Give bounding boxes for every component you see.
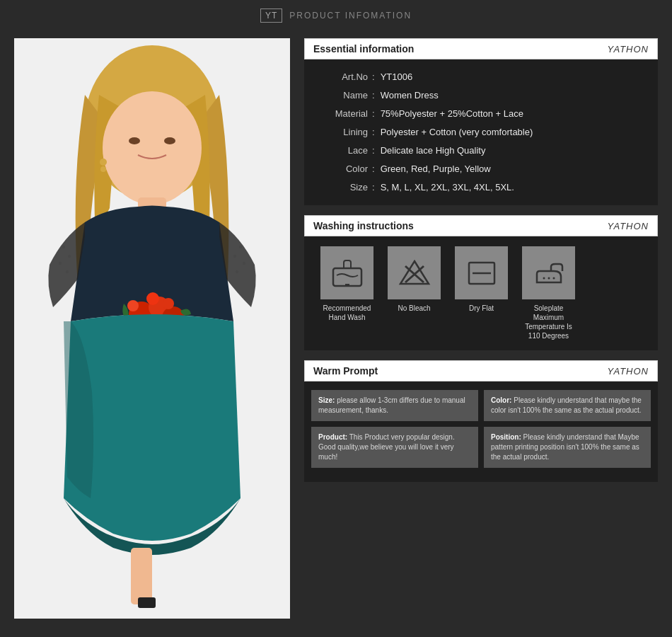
position-prompt-label: Position: — [491, 433, 521, 441]
size-value: S, M, L, XL, 2XL, 3XL, 4XL, 5XL. — [381, 178, 514, 197]
brand-logo: YT — [260, 8, 282, 23]
artno-label: Art.No — [315, 68, 372, 86]
no-bleach-label: No Bleach — [398, 304, 430, 313]
washing-content: RecommendedHand Wash — [304, 236, 658, 350]
svg-point-11 — [66, 270, 69, 273]
svg-point-6 — [100, 166, 106, 172]
lace-row: Lace : Delicate lace High Quality — [315, 142, 647, 160]
lining-label: Lining — [315, 123, 372, 142]
hand-wash-icon — [330, 256, 365, 291]
svg-rect-23 — [131, 548, 152, 604]
size-prompt-label: Size: — [318, 396, 335, 404]
lining-value: Polyester + Cotton (very comfortable) — [381, 123, 533, 142]
warm-content: Size: please allow 1-3cm differs due to … — [304, 381, 658, 482]
product-info-table: Art.No : YT1006 Name : Women Dress Mater… — [304, 59, 658, 205]
svg-point-12 — [239, 246, 242, 248]
no-bleach-icon-box — [388, 246, 441, 299]
product-prompt-label: Product: — [318, 433, 347, 441]
svg-point-14 — [243, 262, 245, 265]
material-value: 75%Polyester + 25%Cotton + Lace — [381, 105, 523, 123]
hand-wash-label: RecommendedHand Wash — [323, 304, 371, 322]
name-row: Name : Women Dress — [315, 86, 647, 105]
svg-rect-24 — [138, 597, 156, 608]
svg-point-4 — [164, 137, 175, 144]
svg-point-8 — [62, 246, 65, 248]
dry-flat-icon — [464, 256, 499, 291]
size-prompt-box: Size: please allow 1-3cm differs due to … — [311, 390, 478, 421]
iron-icon — [531, 256, 567, 291]
main-content: Essential information YATHON Art.No : YT… — [0, 31, 672, 626]
hand-wash-item: RecommendedHand Wash — [317, 246, 377, 340]
info-panel: Essential information YATHON Art.No : YT… — [304, 38, 658, 619]
color-prompt-text: Please kindly understand that maybe the … — [491, 396, 642, 414]
essential-section: Essential information YATHON Art.No : YT… — [304, 38, 658, 205]
essential-header: Essential information YATHON — [304, 38, 658, 59]
washing-title: Washing instructions — [313, 220, 608, 231]
washing-brand: YATHON — [608, 221, 649, 231]
svg-rect-25 — [333, 268, 361, 286]
iron-label: Soleplate MaximumTemperature Is110 Degre… — [519, 304, 579, 340]
svg-point-5 — [100, 159, 107, 166]
washing-icons-row: RecommendedHand Wash — [311, 246, 651, 340]
svg-point-21 — [146, 292, 159, 305]
svg-point-32 — [548, 277, 550, 279]
size-label: Size — [315, 178, 372, 197]
warm-header: Warm Prompt YATHON — [304, 360, 658, 381]
color-value: Green, Red, Purple, Yellow — [381, 160, 491, 178]
page-header: YT PRODUCT INFOMATION — [0, 0, 672, 31]
warm-brand: YATHON — [608, 366, 649, 377]
warm-section: Warm Prompt YATHON Size: please allow 1-… — [304, 360, 658, 482]
svg-point-22 — [163, 298, 174, 309]
name-label: Name — [315, 86, 372, 105]
size-row: Size : S, M, L, XL, 2XL, 3XL, 4XL, 5XL. — [315, 178, 647, 197]
svg-point-33 — [552, 277, 555, 279]
lace-label: Lace — [315, 142, 372, 160]
hand-wash-icon-box — [320, 246, 373, 299]
color-prompt-box: Color: Please kindly understand that may… — [484, 390, 651, 421]
svg-point-2 — [103, 91, 202, 205]
warm-title: Warm Prompt — [313, 365, 608, 377]
svg-point-15 — [236, 270, 238, 273]
artno-value: YT1006 — [381, 68, 413, 86]
dry-flat-icon-box — [455, 246, 508, 299]
material-label: Material — [315, 105, 372, 123]
svg-point-31 — [543, 277, 545, 279]
svg-point-13 — [233, 255, 236, 258]
lining-row: Lining : Polyester + Cotton (very comfor… — [315, 123, 647, 142]
product-image-container — [14, 38, 290, 619]
dry-flat-item: Dry Flat — [451, 246, 511, 340]
svg-point-9 — [68, 255, 71, 258]
prompt-grid-top: Size: please allow 1-3cm differs due to … — [311, 390, 651, 421]
svg-point-10 — [59, 262, 62, 265]
artno-row: Art.No : YT1006 — [315, 68, 647, 86]
prompt-grid-bottom: Product: This Product very popular desig… — [311, 427, 651, 468]
svg-point-3 — [129, 137, 140, 144]
no-bleach-item: No Bleach — [384, 246, 444, 340]
color-row: Color : Green, Red, Purple, Yellow — [315, 160, 647, 178]
lace-value: Delicate lace High Quality — [381, 142, 486, 160]
name-value: Women Dress — [381, 86, 439, 105]
washing-header: Washing instructions YATHON — [304, 215, 658, 236]
size-prompt-text: please allow 1-3cm differs due to manual… — [318, 396, 465, 414]
iron-icon-box — [522, 246, 575, 299]
iron-item: Soleplate MaximumTemperature Is110 Degre… — [519, 246, 579, 340]
page-title: PRODUCT INFOMATION — [289, 11, 412, 21]
essential-title: Essential information — [313, 43, 608, 54]
essential-brand: YATHON — [608, 44, 649, 54]
material-row: Material : 75%Polyester + 25%Cotton + La… — [315, 105, 647, 123]
color-prompt-label: Color: — [491, 396, 511, 404]
color-label: Color — [315, 160, 372, 178]
svg-rect-26 — [345, 284, 349, 286]
product-image — [14, 38, 290, 619]
svg-point-20 — [127, 300, 139, 311]
no-bleach-icon — [397, 256, 432, 291]
washing-section: Washing instructions YATHON — [304, 215, 658, 350]
dry-flat-label: Dry Flat — [469, 304, 494, 313]
product-prompt-box: Product: This Product very popular desig… — [311, 427, 478, 468]
position-prompt-box: Position: Please kindly understand that … — [484, 427, 651, 468]
